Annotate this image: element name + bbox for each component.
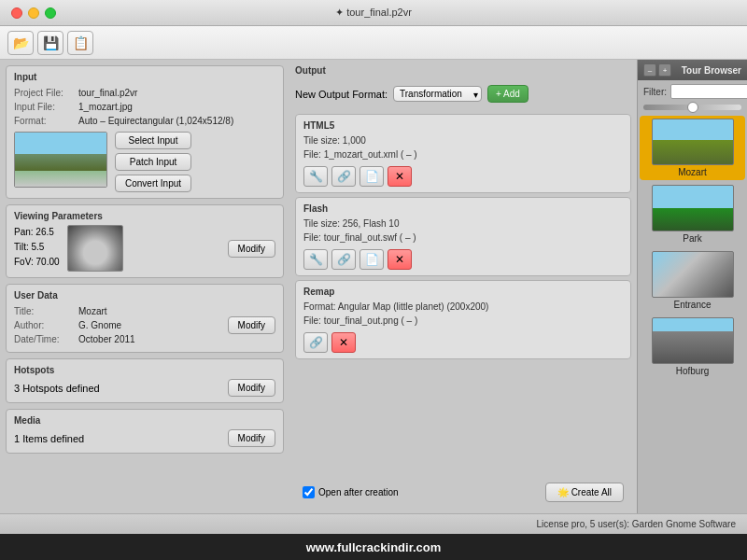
pan-value: 26.5 [35, 227, 53, 237]
export-button[interactable]: 📋 [67, 31, 93, 55]
params-values: Pan: 26.5 Tilt: 5.5 FoV: 70.00 [14, 225, 60, 272]
output-section-label: Output [295, 65, 631, 76]
media-modify-button[interactable]: Modify [228, 429, 275, 447]
center-panel: Output New Output Format: Transformation… [289, 60, 637, 513]
open-button[interactable]: 📂 [7, 31, 34, 55]
pan-key: Pan: [14, 227, 34, 237]
project-file-row: Project File: tour_final.p2vr [14, 86, 275, 100]
flash-view-button[interactable]: 📄 [359, 249, 384, 270]
tour-browser-controls: – + [643, 63, 671, 77]
output-header: New Output Format: Transformation + Add [295, 85, 631, 103]
tour-browser-ctrl2[interactable]: + [658, 63, 671, 77]
save-button[interactable]: 💾 [37, 31, 63, 55]
remap-format: Format: Angular Map (little planet) (200… [303, 300, 623, 314]
fov-key: FoV: [14, 257, 34, 267]
datetime-key: Date/Time: [14, 332, 75, 346]
zoom-slider[interactable] [643, 105, 741, 110]
project-file-value: tour_final.p2vr [78, 86, 137, 100]
html5-actions: 🔧 🔗 📄 ✕ [303, 166, 623, 187]
html5-output-section: HTML5 Tile size: 1,000 File: 1_mozart_ou… [295, 114, 631, 193]
title-value: Mozart [78, 304, 107, 318]
html5-link-button[interactable]: 🔗 [331, 166, 356, 187]
author-key: Author: [14, 318, 75, 332]
patch-input-button[interactable]: Patch Input [115, 153, 191, 171]
open-after-text: Open after creation [318, 487, 399, 497]
input-section: Input Project File: tour_final.p2vr Inpu… [6, 65, 284, 199]
tour-browser-title: Tour Browser [682, 65, 741, 76]
remap-output-section: Remap Format: Angular Map (little planet… [295, 280, 631, 359]
window-title: ✦ tour_final.p2vr [335, 7, 412, 19]
close-button[interactable] [11, 7, 22, 19]
user-data-values: Title: Mozart Author: G. Gnome Date/Time… [14, 304, 135, 346]
open-after-label[interactable]: Open after creation [303, 486, 399, 498]
input-file-key: Input File: [14, 100, 75, 114]
tour-item-label-mozart: Mozart [678, 167, 707, 177]
tour-item-label-entrance: Entrance [673, 300, 711, 310]
filter-input[interactable] [670, 84, 747, 99]
format-value: Auto – Equirectangular (1,024x512/8) [78, 114, 233, 128]
html5-view-button[interactable]: 📄 [359, 166, 384, 187]
media-row: 1 Items defined Modify [14, 429, 275, 447]
tour-item-hofburg[interactable]: Hofburg [640, 315, 745, 379]
open-after-checkbox[interactable] [303, 486, 315, 498]
select-input-button[interactable]: Select Input [115, 132, 191, 149]
user-data-section: User Data Title: Mozart Author: G. Gnome… [6, 284, 284, 353]
tour-items-list: Mozart Park Entrance Hofburg [638, 112, 747, 513]
new-format-label: New Output Format: [295, 89, 388, 100]
media-section: Media 1 Items defined Modify [6, 409, 284, 454]
create-all-button[interactable]: 🌟 Create All [545, 483, 624, 502]
flash-tile-size: Tile size: 256, Flash 10 [303, 217, 623, 231]
author-row: Author: G. Gnome [14, 318, 135, 332]
remap-link-button[interactable]: 🔗 [303, 332, 328, 353]
maximize-button[interactable] [45, 7, 56, 19]
tour-browser-ctrl1[interactable]: – [643, 63, 656, 77]
tour-item-label-park: Park [683, 233, 702, 244]
tilt-value: 5.5 [32, 242, 45, 252]
flash-link-button[interactable]: 🔗 [331, 249, 356, 270]
convert-input-button[interactable]: Convert Input [115, 175, 191, 192]
html5-delete-button[interactable]: ✕ [388, 166, 412, 187]
output-content: HTML5 Tile size: 1,000 File: 1_mozart_ou… [295, 114, 631, 471]
tour-browser-header: – + Tour Browser [638, 60, 747, 80]
flash-settings-button[interactable]: 🔧 [303, 249, 328, 270]
tour-item-mozart[interactable]: Mozart [640, 116, 745, 180]
flash-delete-button[interactable]: ✕ [388, 249, 412, 270]
html5-settings-button[interactable]: 🔧 [303, 166, 328, 187]
flash-title: Flash [303, 203, 623, 214]
format-select[interactable]: Transformation [393, 86, 482, 102]
tilt-row: Tilt: 5.5 [14, 240, 60, 255]
input-buttons: Select Input Patch Input Convert Input [115, 132, 191, 192]
fov-row: FoV: 70.00 [14, 255, 60, 270]
flash-actions: 🔧 🔗 📄 ✕ [303, 249, 623, 270]
viewing-params-modify-button[interactable]: Modify [228, 240, 275, 258]
user-data-row: Title: Mozart Author: G. Gnome Date/Time… [14, 304, 275, 346]
tour-item-entrance[interactable]: Entrance [640, 248, 745, 313]
flash-output-section: Flash Tile size: 256, Flash 10 File: tou… [295, 197, 631, 276]
media-info: 1 Items defined [14, 433, 84, 444]
html5-tile-size: Tile size: 1,000 [303, 133, 623, 147]
title-row: Title: Mozart [14, 304, 135, 318]
remap-delete-button[interactable]: ✕ [331, 332, 356, 353]
watermark-bar: www.fullcrackindir.com [0, 534, 747, 560]
minimize-button[interactable] [28, 7, 39, 19]
add-output-button[interactable]: + Add [487, 85, 529, 103]
tour-item-park[interactable]: Park [640, 182, 745, 246]
status-text: License pro, 5 user(s): Garden Gnome Sof… [537, 519, 736, 529]
hotspots-section: Hotspots 3 Hotspots defined Modify [6, 358, 284, 403]
tour-thumb-mozart [652, 119, 734, 165]
input-section-label: Input [14, 72, 275, 82]
hotspots-modify-button[interactable]: Modify [228, 379, 275, 397]
input-file-value: 1_mozart.jpg [78, 100, 133, 114]
slider-row[interactable] [638, 103, 747, 112]
title-key: Title: [14, 304, 75, 318]
user-data-label: User Data [14, 290, 275, 301]
status-bar: License pro, 5 user(s): Garden Gnome Sof… [0, 513, 747, 534]
flash-file: File: tour_final_out.swf ( – ) [303, 231, 623, 245]
format-select-wrapper[interactable]: Transformation [393, 86, 482, 102]
zoom-slider-thumb[interactable] [687, 102, 698, 113]
tour-thumb-hofburg [652, 317, 734, 364]
format-row: Format: Auto – Equirectangular (1,024x51… [14, 114, 275, 128]
toolbar: 📂 💾 📋 [0, 26, 747, 60]
user-data-modify-button[interactable]: Modify [228, 316, 275, 334]
html5-title: HTML5 [303, 120, 623, 131]
